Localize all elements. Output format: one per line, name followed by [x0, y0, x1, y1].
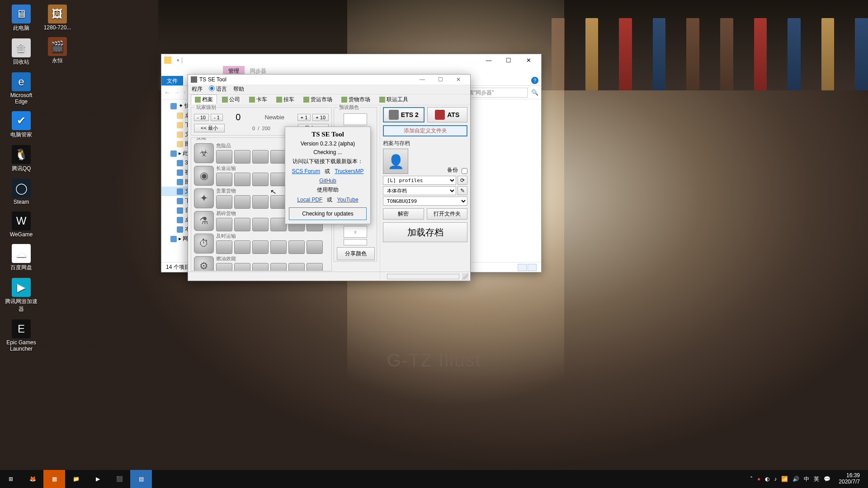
skill-cell[interactable] — [252, 173, 269, 186]
edit-save-button[interactable]: ✎ — [458, 186, 467, 195]
nav-up-icon[interactable]: ↑ — [183, 89, 186, 96]
tssetool-maximize-button[interactable]: ☐ — [431, 76, 449, 83]
color-slot[interactable] — [344, 113, 367, 125]
skill-cell[interactable] — [252, 195, 269, 209]
skill-cell[interactable] — [252, 150, 269, 164]
level-plus-1-button[interactable]: + 1 — [297, 114, 311, 121]
skill-cell[interactable] — [234, 263, 250, 271]
desktop-icon[interactable]: 🎬永恒 — [41, 37, 74, 65]
link-local-pdf[interactable]: Local PDF — [297, 197, 322, 203]
skill-cell[interactable] — [234, 218, 250, 231]
level-minus-10-button[interactable]: - 10 — [194, 114, 209, 121]
desktop-icon[interactable]: eMicrosoft Edge — [5, 72, 38, 105]
skill-cell[interactable] — [270, 173, 287, 186]
link-github[interactable]: GitHub — [319, 178, 336, 184]
link-youtube[interactable]: YouTube — [337, 197, 358, 203]
skill-cell[interactable] — [216, 240, 232, 254]
skill-cell[interactable] — [216, 195, 232, 209]
desktop-icon[interactable]: 🖥此电脑 — [5, 5, 38, 32]
tray-icon[interactable]: ♪ — [774, 476, 777, 482]
tssetool-minimize-button[interactable]: — — [413, 76, 431, 83]
explorer-titlebar[interactable]: ▾ │ — ☐ ✕ — [161, 54, 541, 66]
tool-tab[interactable]: 卡车 — [245, 94, 271, 105]
menu-item[interactable]: 帮助 — [233, 85, 244, 93]
game-tab-ets2[interactable]: ETS 2 — [383, 107, 425, 122]
ribbon-tab[interactable]: 文件 — [161, 76, 183, 85]
skill-cell[interactable] — [216, 173, 232, 186]
skill-cell[interactable] — [252, 240, 269, 254]
tray-icon[interactable]: ◐ — [765, 476, 769, 482]
skill-cell[interactable] — [216, 150, 232, 164]
desktop-icon[interactable]: 🗑回收站 — [5, 38, 38, 66]
desktop-icon[interactable]: ☁百度网盘 — [5, 244, 38, 272]
menu-item[interactable]: 程序 — [192, 85, 203, 93]
skill-cell[interactable] — [234, 173, 250, 186]
tray-network-icon[interactable]: 📶 — [781, 476, 788, 482]
taskbar-explorer[interactable]: 📁 — [65, 470, 87, 488]
skill-cell[interactable] — [252, 218, 269, 231]
game-tab-ats[interactable]: ATS — [427, 107, 468, 122]
tray-chevron-icon[interactable]: ˄ — [750, 476, 753, 482]
tool-tab[interactable]: 挂车 — [272, 94, 298, 105]
taskbar-app-active[interactable]: ▤ — [130, 470, 152, 488]
explorer-minimize-button[interactable]: — — [479, 57, 499, 64]
explorer-help-icon[interactable]: ? — [531, 77, 538, 84]
tool-tab[interactable]: 货运市场 — [299, 94, 336, 105]
tool-tab[interactable]: 联运工具 — [375, 94, 412, 105]
color-slot[interactable] — [344, 239, 367, 245]
skill-cell[interactable] — [234, 240, 250, 254]
resize-grip-icon[interactable] — [462, 273, 468, 280]
view-details-icon[interactable] — [518, 264, 527, 271]
link-scs-forum[interactable]: SCS Forum — [292, 168, 321, 174]
save-select[interactable]: 本体存档 — [383, 186, 456, 195]
add-custom-folder-button[interactable]: 添加自定义文件夹 — [383, 125, 467, 136]
taskbar-app[interactable]: ▶ — [87, 470, 108, 488]
desktop-icon[interactable]: ▶腾讯网游加速器 — [5, 278, 38, 313]
tool-tab[interactable]: 货物市场 — [337, 94, 374, 105]
open-folder-button[interactable]: 打开文件夹 — [427, 208, 468, 220]
tray-notification-icon[interactable]: 💬 — [824, 476, 830, 482]
tray-volume-icon[interactable]: 🔊 — [793, 476, 799, 482]
level-minus-1-button[interactable]: - 1 — [211, 114, 223, 121]
taskbar-app[interactable]: ⬛ — [108, 470, 130, 488]
savename-select[interactable]: TONGBUQI99 — [383, 197, 467, 206]
taskbar-clock[interactable]: 16:39 2020/7/7 — [835, 473, 863, 485]
desktop-icon[interactable]: EEpic Games Launcher — [5, 319, 38, 352]
skill-cell[interactable] — [234, 150, 250, 164]
skill-cell[interactable] — [270, 150, 287, 164]
skill-cell[interactable] — [216, 218, 232, 231]
tray-icon[interactable]: ● — [757, 476, 760, 482]
desktop-icon[interactable]: WWeGame — [5, 211, 38, 238]
nav-back-icon[interactable]: ← — [164, 89, 170, 96]
skill-cell[interactable] — [307, 240, 323, 254]
refresh-profiles-button[interactable]: ⟳ — [458, 176, 467, 185]
skill-cell[interactable] — [216, 263, 232, 271]
link-truckersmp[interactable]: TruckersMP — [335, 168, 363, 174]
tray-ime-icon[interactable]: 英 — [814, 475, 819, 483]
skill-cell[interactable] — [234, 195, 250, 209]
skill-cell[interactable] — [270, 240, 287, 254]
desktop-icon[interactable]: ✔电脑管家 — [5, 111, 38, 139]
taskbar[interactable]: ⊞ 🦊 ▦ 📁 ▶ ⬛ ▤ ˄ ● ◐ ♪ 📶 🔊 中 英 💬 16:39 20… — [0, 470, 868, 488]
skill-cell[interactable] — [288, 240, 305, 254]
desktop-icon[interactable]: 🖼1280-720... — [41, 5, 74, 31]
menu-item[interactable]: 语言 — [209, 85, 227, 93]
taskbar-app[interactable]: 🦊 — [22, 470, 43, 488]
desktop-icon[interactable]: ◯Steam — [5, 179, 38, 205]
start-button[interactable]: ⊞ — [0, 470, 22, 488]
explorer-maximize-button[interactable]: ☐ — [499, 57, 519, 64]
tssetool-close-button[interactable]: ✕ — [449, 76, 467, 83]
tool-tab[interactable]: 档案 — [191, 94, 217, 105]
backup-checkbox[interactable] — [462, 168, 467, 174]
skill-cell[interactable] — [252, 263, 269, 271]
tool-tab[interactable]: 公司 — [218, 94, 244, 105]
skill-cell[interactable] — [270, 195, 287, 209]
level-plus-10-button[interactable]: + 10 — [312, 114, 329, 121]
skill-cell[interactable] — [270, 263, 287, 271]
skill-cell[interactable] — [270, 218, 287, 231]
explorer-close-button[interactable]: ✕ — [519, 57, 538, 64]
color-slot[interactable]: x — [344, 226, 367, 238]
desktop-icon[interactable]: 🐧腾讯QQ — [5, 145, 38, 173]
share-colors-button[interactable]: 分享颜色 — [337, 247, 375, 260]
tray-ime-icon[interactable]: 中 — [804, 475, 809, 483]
